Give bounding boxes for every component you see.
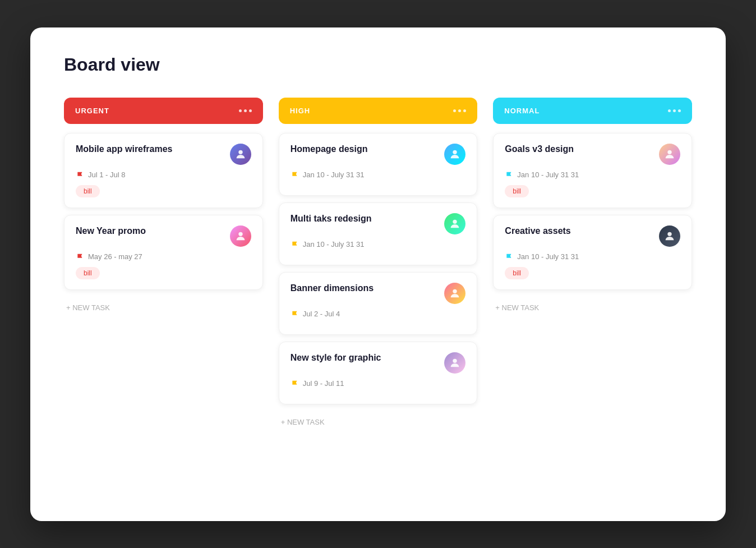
new-task-btn-urgent[interactable]: + NEW TASK: [64, 299, 263, 316]
card-top: Mobile app wireframes: [76, 144, 251, 165]
menu-dot: [249, 109, 252, 112]
card-date-row: Jul 1 - Jul 8: [76, 171, 251, 179]
card-date-row: Jan 10 - July 31 31: [505, 252, 680, 261]
card-title: Homepage design: [291, 144, 368, 155]
menu-dot: [244, 109, 247, 112]
flag-icon: [76, 252, 85, 261]
card-tag: bill: [505, 267, 529, 279]
column-menu-urgent[interactable]: [239, 109, 252, 112]
flag-icon: [505, 252, 514, 261]
card-title: Mobile app wireframes: [76, 144, 173, 155]
card-date-row: Jul 9 - Jul 11: [291, 379, 466, 388]
column-header-normal: NORMAL: [493, 98, 692, 124]
card-date: Jul 1 - Jul 8: [88, 171, 125, 179]
board-container: URGENTMobile app wireframes Jul 1 - Jul …: [64, 98, 692, 431]
card-date-row: May 26 - may 27: [76, 252, 251, 261]
task-card-card-3[interactable]: Homepage design Jan 10 - July 31 31: [279, 133, 478, 196]
menu-dot: [678, 109, 681, 112]
task-card-card-2[interactable]: New Year promo May 26 - may 27bill: [64, 215, 263, 290]
column-menu-normal[interactable]: [668, 109, 681, 112]
card-date-row: Jan 10 - July 31 31: [291, 171, 466, 179]
column-label-urgent: URGENT: [75, 107, 109, 115]
flag-icon: [76, 171, 85, 179]
card-date: Jan 10 - July 31 31: [303, 171, 365, 179]
avatar: [444, 213, 465, 234]
card-date: Jul 2 - Jul 4: [303, 310, 340, 318]
card-title: New style for graphic: [291, 352, 381, 364]
card-date: Jul 9 - Jul 11: [303, 379, 344, 388]
card-title: Multi taks redesign: [291, 213, 372, 225]
column-high: HIGHHomepage design Jan 10 - July 31 31M…: [279, 98, 478, 431]
avatar: [230, 225, 251, 247]
task-card-card-1[interactable]: Mobile app wireframes Jul 1 - Jul 8bill: [64, 133, 263, 208]
card-top: Multi taks redesign: [291, 213, 466, 234]
card-date: Jan 10 - July 31 31: [517, 171, 579, 179]
flag-icon: [505, 171, 514, 179]
svg-point-2: [453, 150, 457, 154]
menu-dot: [458, 109, 461, 112]
menu-dot: [463, 109, 466, 112]
card-date: Jan 10 - July 31 31: [517, 252, 579, 261]
card-top: New style for graphic: [291, 352, 466, 374]
menu-dot: [673, 109, 676, 112]
card-date-row: Jan 10 - July 31 31: [505, 171, 680, 179]
svg-point-4: [453, 289, 457, 293]
svg-point-7: [667, 232, 671, 236]
card-title: New Year promo: [76, 225, 146, 237]
task-card-card-8[interactable]: Creative assets Jan 10 - July 31 31bill: [493, 215, 692, 290]
svg-point-0: [238, 150, 242, 154]
card-title: Creative assets: [505, 225, 570, 237]
flag-icon: [291, 379, 299, 388]
column-label-normal: NORMAL: [504, 107, 540, 115]
avatar: [230, 144, 251, 165]
card-top: Banner dimensions: [291, 283, 466, 304]
card-title: Banner dimensions: [291, 283, 374, 294]
flag-icon: [291, 171, 299, 179]
card-top: Homepage design: [291, 144, 466, 165]
column-urgent: URGENTMobile app wireframes Jul 1 - Jul …: [64, 98, 263, 316]
card-date-row: Jan 10 - July 31 31: [291, 240, 466, 249]
column-label-high: HIGH: [290, 107, 311, 115]
card-top: New Year promo: [76, 225, 251, 247]
avatar: [444, 144, 465, 165]
card-top: Creative assets: [505, 225, 680, 247]
svg-point-1: [238, 232, 242, 236]
column-header-high: HIGH: [279, 98, 478, 124]
column-menu-high[interactable]: [453, 109, 466, 112]
card-tag: bill: [76, 185, 100, 197]
card-date: May 26 - may 27: [88, 252, 142, 261]
board-window: Board view URGENTMobile app wireframes J…: [30, 27, 726, 521]
task-card-card-5[interactable]: Banner dimensions Jul 2 - Jul 4: [279, 272, 478, 335]
card-top: Goals v3 design: [505, 144, 680, 165]
avatar: [659, 225, 680, 247]
new-task-btn-normal[interactable]: + NEW TASK: [493, 299, 692, 316]
task-card-card-7[interactable]: Goals v3 design Jan 10 - July 31 31bill: [493, 133, 692, 208]
menu-dot: [239, 109, 242, 112]
new-task-btn-high[interactable]: + NEW TASK: [279, 413, 478, 431]
avatar: [444, 352, 465, 374]
card-tag: bill: [76, 267, 100, 279]
task-card-card-4[interactable]: Multi taks redesign Jan 10 - July 31 31: [279, 202, 478, 265]
card-title: Goals v3 design: [505, 144, 574, 155]
flag-icon: [291, 310, 299, 319]
menu-dot: [668, 109, 671, 112]
svg-point-3: [453, 219, 457, 223]
task-card-card-6[interactable]: New style for graphic Jul 9 - Jul 11: [279, 342, 478, 404]
column-normal: NORMALGoals v3 design Jan 10 - July 31 3…: [493, 98, 692, 316]
column-header-urgent: URGENT: [64, 98, 263, 124]
flag-icon: [291, 240, 299, 249]
avatar: [659, 144, 680, 165]
menu-dot: [453, 109, 456, 112]
avatar: [444, 283, 465, 304]
svg-point-6: [667, 150, 671, 154]
page-title: Board view: [64, 54, 692, 75]
card-tag: bill: [505, 185, 529, 197]
card-date-row: Jul 2 - Jul 4: [291, 310, 466, 319]
card-date: Jan 10 - July 31 31: [303, 240, 365, 248]
svg-point-5: [453, 358, 457, 362]
